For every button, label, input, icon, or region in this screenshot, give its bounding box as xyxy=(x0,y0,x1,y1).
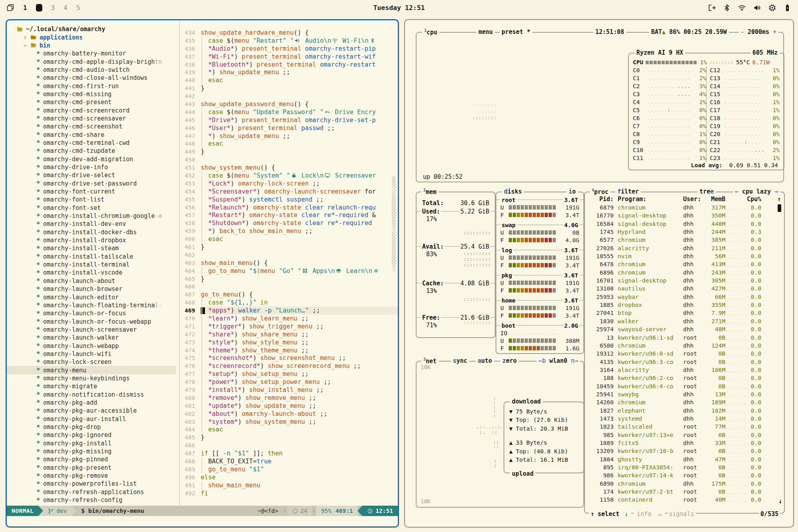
tree-file-omarchy-pkg-install[interactable]: *omarchy-pkg-install xyxy=(7,439,176,447)
net-sync-toggle[interactable]: sync xyxy=(451,357,469,364)
tree-file-omarchy-lock-screen[interactable]: *omarchy-lock-screen xyxy=(7,358,176,366)
proc-row-27026[interactable]: 27026alacrittydhh211M.........0.0 xyxy=(585,245,784,253)
tree-file-omarchy-pkg-ignored[interactable]: *omarchy-pkg-ignored xyxy=(7,431,176,439)
tree-file-omarchy-cmd-screenrecord[interactable]: *omarchy-cmd-screenrecord xyxy=(7,106,176,114)
proc-row-10459[interactable]: 10459kworker/u96:4-coroot0B.........0.0 xyxy=(585,383,784,391)
code-line-439[interactable]: 439 *) show_update_menu ;; xyxy=(180,68,398,76)
proc-row-3164[interactable]: 3164alacrittydhh106M.........0.0 xyxy=(585,367,784,375)
tree-file-omarchy-install-terminal[interactable]: *omarchy-install-terminal xyxy=(7,261,176,269)
tree-file-omarchy-install-chromium-google[interactable]: *omarchy-install-chromium-google-a xyxy=(7,212,176,220)
tree-file-omarchy-pkg-add[interactable]: *omarchy-pkg-add xyxy=(7,399,176,407)
code-line-437[interactable]: 437 *Wi-Fi*) present_terminal omarchy-re… xyxy=(180,53,398,61)
proc-row-6890[interactable]: 6890chromiumdhh175M.........0.0 xyxy=(585,481,784,488)
proc-row-1745[interactable]: 1745Hyprlanddhh244M.........0.3 xyxy=(585,229,784,237)
preset-button[interactable]: preset * xyxy=(500,28,532,36)
tree-file-omarchy-pkg-present[interactable]: *omarchy-pkg-present xyxy=(7,464,176,472)
proc-scrollbar-thumb[interactable] xyxy=(778,204,781,212)
code-line-492[interactable]: 492fi xyxy=(180,489,398,497)
proc-row-16701[interactable]: 16701signal-desktopdhh305M.........0.0 xyxy=(585,277,784,285)
code-line-458[interactable]: 458 *Shutdown*) omarchy-state clear re*-… xyxy=(180,219,398,227)
proc-row-6879[interactable]: 6879chromiumdhh317M.........0.0 xyxy=(585,204,784,212)
tree-file-omarchy-install-dev-env[interactable]: *omarchy-install-dev-env xyxy=(7,220,176,228)
code-line-456[interactable]: 456 *Relaunch*) omarchy-state clear rela… xyxy=(180,204,398,212)
proc-row-6478[interactable]: 6478chromiumdhh413M.........0.0 xyxy=(585,261,784,269)
code-line-491[interactable]: 491 show_main_menu xyxy=(180,481,398,489)
code-line-447[interactable]: 447 *) show_update_menu ;; xyxy=(180,132,398,140)
proc-row-1827[interactable]: 1827elephantdhh102M.........0.0 xyxy=(585,407,784,415)
tree-file-omarchy-cmd-screenshot[interactable]: *omarchy-cmd-screenshot xyxy=(7,123,176,131)
code-line-457[interactable]: 457 *Restart*) omarchy-state clear re*-r… xyxy=(180,211,398,219)
proc-row-174[interactable]: 174kworker/u97:2-btroot0B.........0.0 xyxy=(585,488,784,496)
tree-file-omarchy-menu-keybindings[interactable]: *omarchy-menu-keybindings xyxy=(7,374,176,382)
tree-file-omarchy-notification-dismiss[interactable]: *omarchy-notification-dismiss xyxy=(7,390,176,398)
disks-panel-title[interactable]: disks xyxy=(502,188,524,195)
proc-row-1885[interactable]: 1885dropboxdhh355M.........0.0 xyxy=(585,302,784,310)
proc-row-25953[interactable]: 25953waybardhh66M.........0.0 xyxy=(585,294,784,302)
tree-file-omarchy-launch-wifi[interactable]: *omarchy-launch-wifi xyxy=(7,350,176,358)
code-line-469[interactable]: 469*apps*) walker -p "Launch…" ;; xyxy=(180,307,398,314)
tree-file-omarchy-pkg-aur-install[interactable]: *omarchy-pkg-aur-install xyxy=(7,415,176,423)
code-line-483[interactable]: 483 *system*) show_system_menu ;; xyxy=(180,418,398,426)
tree-file-omarchy-launch-about[interactable]: *omarchy-launch-about xyxy=(7,277,176,285)
code-line-466[interactable]: 466 xyxy=(180,283,398,291)
mem-panel-title[interactable]: 2mem xyxy=(421,188,439,196)
tree-file-omarchy-cmd-screensaver[interactable]: *omarchy-cmd-screensaver xyxy=(7,115,176,123)
code-line-455[interactable]: 455 *Suspend*) systemctl suspend ;; xyxy=(180,196,398,204)
proc-scroll-down-arrow[interactable]: ↓ xyxy=(778,498,782,505)
proc-row-1889[interactable]: 1889fcitx5dhh33M.........0.0 xyxy=(585,440,784,448)
code-line-442[interactable]: 442 xyxy=(180,92,398,100)
code-line-471[interactable]: 471 *trigger*) show_trigger_menu ;; xyxy=(180,322,398,330)
menu-button[interactable]: menu xyxy=(476,28,495,36)
code-line-440[interactable]: 440 esac xyxy=(180,76,398,84)
tree-file-omarchy-launch-or-focus-webapp[interactable]: *omarchy-launch-or-focus-webapp xyxy=(7,317,176,325)
tree-file-omarchy-refresh-config[interactable]: *omarchy-refresh-config xyxy=(7,496,176,504)
code-line-446[interactable]: 446 *User*) present_terminal passwd ;; xyxy=(180,124,398,132)
code-editor[interactable]: 434show_update_hardware_menu() {435 case… xyxy=(180,29,398,497)
code-line-448[interactable]: 448 esac xyxy=(180,140,398,148)
code-line-485[interactable]: 485} xyxy=(180,433,398,441)
tree-file-omarchy-battery-monitor[interactable]: *omarchy-battery-monitor xyxy=(7,49,176,57)
tree-file-omarchy-pkg-pinned[interactable]: *omarchy-pkg-pinned xyxy=(7,455,176,463)
code-line-444[interactable]: 444 case $(menu "Update Password" " Driv… xyxy=(180,108,398,116)
proc-row-19312[interactable]: 19312kworker/u96:0-sdroot0B.........0.0 xyxy=(585,350,784,358)
code-line-465[interactable]: 465} xyxy=(180,275,398,283)
proc-row-27041[interactable]: 27041btopdhh7.9M.........0.0 xyxy=(585,310,784,318)
code-line-434[interactable]: 434show_update_hardware_menu() { xyxy=(180,29,398,37)
tree-file-omarchy-launch-floating-termina[interactable]: *omarchy-launch-floating-terminal- xyxy=(7,301,176,309)
code-line-488[interactable]: 488 BACK_TO_EXIT=true xyxy=(180,457,398,465)
tree-file-omarchy-launch-walker[interactable]: *omarchy-launch-walker xyxy=(7,334,176,342)
workspace-1[interactable]: 1 xyxy=(23,4,27,12)
volume-icon[interactable] xyxy=(753,4,761,12)
tree-file-omarchy-refresh-applications[interactable]: *omarchy-refresh-applications xyxy=(7,488,176,496)
tree-file-omarchy-cmd-share[interactable]: *omarchy-cmd-share xyxy=(7,131,176,138)
tree-file-omarchy-launch-browser[interactable]: *omarchy-launch-browser xyxy=(7,285,176,293)
tree-file-omarchy-font-list[interactable]: *omarchy-font-list xyxy=(7,196,176,204)
tree-file-omarchy-install-vscode[interactable]: *omarchy-install-vscode xyxy=(7,269,176,277)
tree-file-omarchy-install-dropbox[interactable]: *omarchy-install-dropbox xyxy=(7,236,176,244)
code-line-472[interactable]: 472 *share*) show_share_menu ;; xyxy=(180,330,398,338)
code-line-461[interactable]: 461} xyxy=(180,243,398,251)
proc-row-188[interactable]: 188kworker/u96:2-coroot0B.........0.0 xyxy=(585,375,784,383)
tree-file-omarchy-powerprofiles-list[interactable]: *omarchy-powerprofiles-list xyxy=(7,480,176,488)
proc-row-6577[interactable]: 6577chromiumdhh385M.........0.0 xyxy=(585,237,784,245)
code-line-443[interactable]: 443show_update_password_menu() { xyxy=(180,100,398,108)
tree-file-omarchy-migrate[interactable]: *omarchy-migrate xyxy=(7,382,176,390)
proc-row-1473[interactable]: 1473systemddhh14M.........0.0 xyxy=(585,415,784,423)
code-line-441[interactable]: 441} xyxy=(180,84,398,92)
proc-row-6580[interactable]: 6580chromiumdhh124M.........0.0 xyxy=(585,342,784,350)
proc-row-16770[interactable]: 16770signal-desktopdhh350M.........0.0 xyxy=(585,212,784,220)
proc-row-4135[interactable]: 4135kworker/u96:3-coroot0B.........0.0 xyxy=(585,359,784,367)
tree-file-omarchy-menu[interactable]: *omarchy-menu xyxy=(7,366,176,374)
code-line-482[interactable]: 482 *about*) omarchy-launch-about ;; xyxy=(180,410,398,418)
proc-row-986[interactable]: 986kworker/u97:14-kroot0B.........0.0 xyxy=(585,472,784,480)
proc-row-25974[interactable]: 25974swayosd-serverdhh48M.........0.0 xyxy=(585,326,784,334)
tree-file-omarchy-launch-webapp[interactable]: *omarchy-launch-webapp xyxy=(7,342,176,350)
tree-file-omarchy-cmd-terminal-cwd[interactable]: *omarchy-cmd-terminal-cwd xyxy=(7,139,176,147)
tree-file-omarchy-launch-screensaver[interactable]: *omarchy-launch-screensaver xyxy=(7,326,176,334)
proc-row-985[interactable]: 985kworker/u97:13+eroot0B.........0.0 xyxy=(585,432,784,440)
tree-file-omarchy-cmd-present[interactable]: *omarchy-cmd-present xyxy=(7,98,176,106)
battery-icon[interactable] xyxy=(783,4,792,12)
proc-info-hint[interactable]: info ↵ xyxy=(634,510,665,518)
proc-row-18555[interactable]: 18555nvimdhh56M.........0.0 xyxy=(585,253,784,261)
tree-file-omarchy-drive-select[interactable]: *omarchy-drive-select xyxy=(7,171,176,179)
